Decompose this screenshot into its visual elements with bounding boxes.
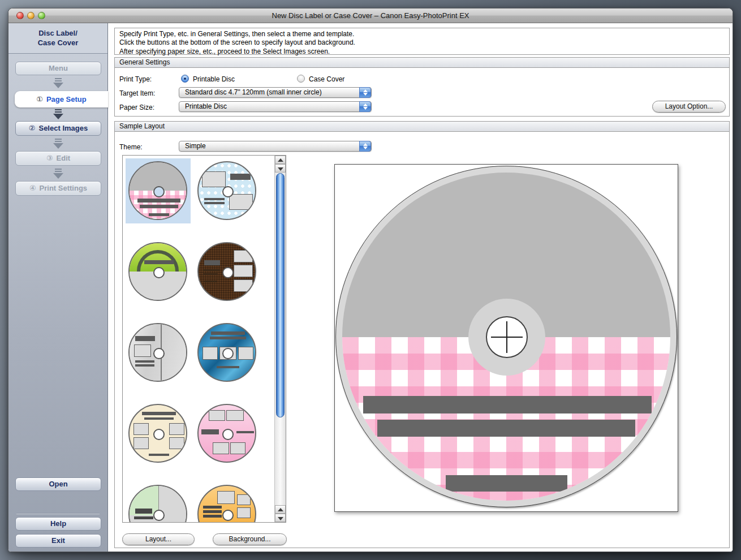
main-content: Specify Print Type, etc. in General Sett… [109,23,733,552]
general-settings-header: General Settings [115,58,729,68]
print-type-label: Print Type: [119,75,152,83]
flow-arrow-icon [49,169,67,179]
template-thumbnail-8[interactable] [197,404,256,463]
theme-select[interactable]: Simple [179,141,372,152]
printable-disc-radio[interactable] [181,75,189,83]
dropdown-stepper-icon [359,101,371,112]
scrollbar-thumb[interactable] [276,173,285,417]
paper-size-select[interactable]: Printable Disc [179,101,372,112]
paper-size-value: Printable Disc [185,102,227,110]
window-title: New Disc Label or Case Cover – Canon Eas… [8,11,733,20]
template-thumbnail-4[interactable] [197,242,256,301]
title-bar[interactable]: New Disc Label or Case Cover – Canon Eas… [8,8,733,23]
step-label: Edit [57,154,71,162]
instruction-line3: After specifying paper size, etc., proce… [119,48,725,56]
open-button[interactable]: Open [15,477,101,491]
step-edit[interactable]: ③Edit [15,151,101,166]
disc-center-hole [486,316,528,358]
step-label: Select Images [38,124,88,132]
theme-label: Theme: [119,143,143,151]
template-thumbnail-10[interactable] [197,485,256,523]
sample-layout-header: Sample Layout [115,122,729,132]
layout-button[interactable]: Layout... [122,533,195,545]
target-item-value: Standard disc 4.7" 120mm (small inner ci… [185,88,322,96]
step-number: ② [29,124,36,132]
help-button[interactable]: Help [15,517,101,531]
background-button[interactable]: Background... [213,533,287,545]
exit-button[interactable]: Exit [15,534,101,548]
app-window: New Disc Label or Case Cover – Canon Eas… [8,8,733,552]
subtitle-text-placeholder[interactable] [377,420,635,437]
flow-arrow-icon [49,139,67,149]
layout-preview [334,164,678,512]
disc-preview [335,166,677,507]
general-settings-section: General Settings Print Type: Printable D… [114,57,730,117]
date-text-placeholder[interactable] [446,475,567,492]
step-page-setup[interactable]: ①Page Setup [15,91,108,107]
instruction-panel: Specify Print Type, etc. in General Sett… [114,28,730,55]
theme-value: Simple [185,142,206,150]
disc-hub [468,299,545,376]
case-cover-radio-label[interactable]: Case Cover [309,75,344,83]
template-thumbnail-1[interactable] [128,161,187,220]
template-list-scrollbar[interactable] [274,156,286,522]
case-cover-radio[interactable] [297,75,305,83]
sample-layout-section: Sample Layout Theme: Simple [114,121,730,548]
menu-button[interactable]: Menu [15,62,101,75]
target-item-select[interactable]: Standard disc 4.7" 120mm (small inner ci… [179,87,372,98]
dropdown-stepper-icon [359,87,371,98]
scroll-up-button[interactable] [275,156,286,164]
instruction-line1: Specify Print Type, etc. in General Sett… [119,30,725,38]
template-thumbnail-3[interactable] [128,242,187,301]
flow-arrow-icon [49,78,67,88]
step-select-images[interactable]: ②Select Images [15,121,101,136]
template-thumbnail-2[interactable] [197,161,256,220]
scroll-down-button[interactable] [275,514,286,522]
title-text-placeholder[interactable] [363,396,652,413]
step-label: Print Settings [40,184,88,192]
step-number: ③ [46,154,53,162]
layout-option-button[interactable]: Layout Option... [652,101,726,113]
sidebar-divider [16,513,100,514]
step-print-settings[interactable]: ④Print Settings [15,181,101,196]
sidebar-title: Disc Label/ Case Cover [8,23,107,54]
template-list [122,155,286,523]
scroll-up-button[interactable] [275,505,286,514]
sidebar: Disc Label/ Case Cover Menu ①Page Setup … [8,23,108,552]
instruction-line2: Click the buttons at the bottom of the s… [119,38,725,47]
template-thumbnail-5[interactable] [128,323,187,382]
step-number: ④ [29,184,36,192]
dropdown-stepper-icon [359,141,371,152]
template-thumbnail-6[interactable] [197,323,256,382]
paper-size-label: Paper Size: [119,104,154,111]
step-number: ① [36,95,43,104]
scroll-down-button[interactable] [275,164,286,173]
printable-disc-radio-label[interactable]: Printable Disc [193,75,235,83]
step-label: Page Setup [46,95,87,104]
flow-arrow-icon [49,109,67,119]
template-thumbnail-7[interactable] [128,404,187,463]
sidebar-title-line1: Disc Label/ [8,28,107,38]
template-thumbnail-9[interactable] [128,485,187,523]
sidebar-title-line2: Case Cover [8,38,107,48]
target-item-label: Target Item: [119,89,155,97]
